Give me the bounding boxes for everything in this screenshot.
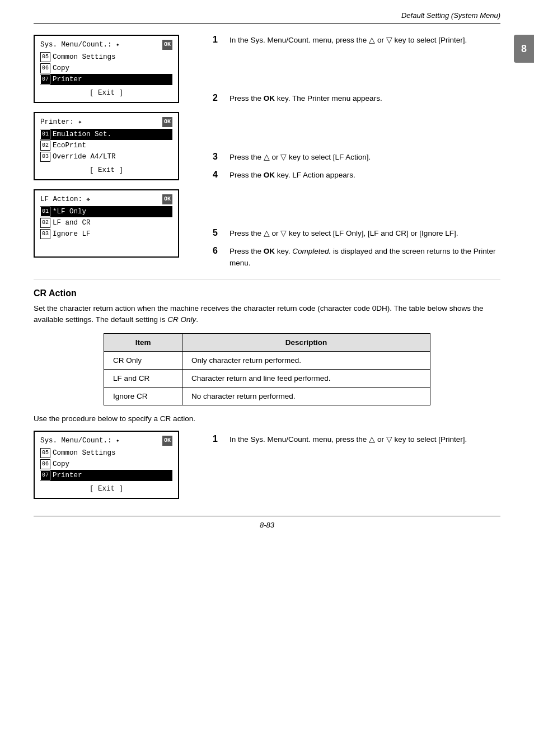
- table-cell-item-2: LF and CR: [104, 370, 182, 388]
- step-2: 2 Press the OK key. The Printer menu app…: [213, 93, 500, 104]
- bottom-screen-column: Sys. Menu/Count.: ✦ OK 05 Common Setting…: [34, 431, 196, 499]
- step-3: 3 Press the △ or ▽ key to select [LF Act…: [213, 152, 500, 163]
- tab-number: 8: [521, 43, 527, 55]
- screen-3-row-3: 03 Ignore LF: [40, 228, 172, 240]
- tab-marker: 8: [514, 35, 534, 63]
- screen-column: Sys. Menu/Count.: ✦ OK 05 Common Setting…: [34, 35, 196, 269]
- s3-row-3-num: 03: [40, 229, 50, 239]
- row-1-num: 05: [40, 52, 50, 62]
- row-1-label: Common Settings: [53, 52, 116, 63]
- step-bottom-1-text: In the Sys. Menu/Count. menu, press the …: [229, 434, 467, 445]
- page-header: Default Setting (System Menu): [34, 11, 500, 24]
- screen-4: Sys. Menu/Count.: ✦ OK 05 Common Setting…: [34, 431, 179, 499]
- table-cell-item-3: Ignore CR: [104, 388, 182, 405]
- row-2-num: 06: [40, 63, 50, 73]
- screen-2-title: Printer: ✦: [40, 116, 82, 128]
- s4-row-1-label: Common Settings: [53, 447, 116, 459]
- step-1: 1 In the Sys. Menu/Count. menu, press th…: [213, 35, 500, 46]
- screen-1-header: Sys. Menu/Count.: ✦ OK: [40, 39, 172, 50]
- row-3-num: 07: [40, 74, 50, 85]
- step-5-num: 5: [213, 228, 224, 238]
- step-3-text: Press the △ or ▽ key to select [LF Actio…: [229, 152, 371, 163]
- step-3-num: 3: [213, 152, 224, 162]
- table-row: Ignore CR No character return performed.: [104, 388, 430, 405]
- screen-1: Sys. Menu/Count.: ✦ OK 05 Common Setting…: [34, 35, 179, 103]
- screen-4-row-1: 05 Common Settings: [40, 447, 172, 459]
- screen-2-row-2: 02 EcoPrint: [40, 140, 172, 151]
- s4-row-3-label: Printer: [53, 470, 82, 481]
- screen-2-header: Printer: ✦ OK: [40, 116, 172, 128]
- screen-2: Printer: ✦ OK 01 Emulation Set. 02 EcoPr…: [34, 112, 179, 180]
- cr-action-desc: Set the character return action when the…: [34, 303, 500, 326]
- top-section: Sys. Menu/Count.: ✦ OK 05 Common Setting…: [34, 35, 500, 269]
- screen-1-row-2: 06 Copy: [40, 63, 172, 74]
- screen-3-row-1: 01 *LF Only: [40, 206, 172, 217]
- s2-row-2-label: EcoPrint: [53, 140, 86, 151]
- table-row: CR Only Only character return performed.: [104, 352, 430, 370]
- step-6-text: Press the OK key. Completed. is displaye…: [229, 246, 500, 269]
- s2-row-3-label: Override A4/LTR: [53, 151, 116, 162]
- bottom-section: Sys. Menu/Count.: ✦ OK 05 Common Setting…: [34, 431, 500, 499]
- row-3-label: Printer: [53, 74, 82, 85]
- screen-4-ok: OK: [162, 436, 172, 446]
- screen-3: LF Action: ✤ OK 01 *LF Only 02 LF and CR…: [34, 189, 179, 258]
- step-5: 5 Press the △ or ▽ key to select [LF Onl…: [213, 228, 500, 239]
- s3-row-3-label: Ignore LF: [53, 228, 91, 240]
- screen-3-title: LF Action: ✤: [40, 194, 90, 205]
- table-cell-desc-1: Only character return performed.: [182, 352, 430, 370]
- cr-action-title: CR Action: [34, 288, 500, 298]
- page-footer: 8-83: [34, 516, 500, 529]
- steps-column: 1 In the Sys. Menu/Count. menu, press th…: [213, 35, 500, 269]
- cursor-icon-2: ✦: [78, 119, 82, 125]
- screen-1-row-1: 05 Common Settings: [40, 52, 172, 63]
- s2-row-2-num: 02: [40, 141, 50, 151]
- step-5-text: Press the △ or ▽ key to select [LF Only]…: [229, 228, 458, 239]
- use-procedure-text: Use the procedure below to specify a CR …: [34, 414, 500, 423]
- step-6-num: 6: [213, 246, 224, 256]
- s2-row-3-num: 03: [40, 152, 50, 162]
- table-header-item: Item: [104, 334, 182, 352]
- screen-4-header: Sys. Menu/Count.: ✦ OK: [40, 435, 172, 446]
- screen-4-row-3: 07 Printer: [40, 470, 172, 481]
- screen-3-header: LF Action: ✤ OK: [40, 194, 172, 205]
- step-bottom-1-num: 1: [213, 434, 224, 444]
- table-row: LF and CR Character return and line feed…: [104, 370, 430, 388]
- s3-row-2-num: 02: [40, 218, 50, 228]
- s4-row-3-num: 07: [40, 470, 50, 480]
- step-4-num: 4: [213, 170, 224, 180]
- step-2-text: Press the OK key. The Printer menu appea…: [229, 93, 382, 104]
- step-1-text: In the Sys. Menu/Count. menu, press the …: [229, 35, 467, 46]
- s3-row-1-label: *LF Only: [53, 206, 86, 217]
- table-cell-desc-2: Character return and line feed performed…: [182, 370, 430, 388]
- screen-1-row-3: 07 Printer: [40, 74, 172, 85]
- step-2-num: 2: [213, 93, 224, 103]
- s3-row-2-label: LF and CR: [53, 217, 91, 228]
- header-title: Default Setting (System Menu): [401, 11, 500, 20]
- page-number: 8-83: [260, 521, 274, 529]
- divider-1: [34, 279, 500, 279]
- cursor-icon: ✦: [116, 41, 120, 48]
- cursor-icon-4: ✦: [116, 437, 120, 444]
- table-cell-desc-3: No character return performed.: [182, 388, 430, 405]
- cr-action-section: CR Action Set the character return actio…: [34, 288, 500, 500]
- screen-1-exit: [ Exit ]: [40, 87, 172, 99]
- s4-row-1-num: 05: [40, 448, 50, 458]
- screen-1-title: Sys. Menu/Count.: ✦: [40, 39, 120, 50]
- screen-2-row-3: 03 Override A4/LTR: [40, 151, 172, 162]
- step-4: 4 Press the OK key. LF Action appears.: [213, 170, 500, 181]
- screen-3-ok: OK: [162, 194, 172, 204]
- screen-4-row-2: 06 Copy: [40, 459, 172, 470]
- screen-1-ok: OK: [162, 40, 172, 50]
- step-4-text: Press the OK key. LF Action appears.: [229, 170, 355, 181]
- row-2-label: Copy: [53, 63, 69, 74]
- step-bottom-1: 1 In the Sys. Menu/Count. menu, press th…: [213, 434, 500, 445]
- screen-2-row-1: 01 Emulation Set.: [40, 129, 172, 140]
- s4-row-2-num: 06: [40, 459, 50, 469]
- screen-2-exit: [ Exit ]: [40, 165, 172, 176]
- step-1-num: 1: [213, 35, 224, 45]
- step-6: 6 Press the OK key. Completed. is displa…: [213, 246, 500, 269]
- bottom-steps-column: 1 In the Sys. Menu/Count. menu, press th…: [213, 431, 500, 499]
- page: Default Setting (System Menu) 8 Sys. Men…: [0, 0, 534, 756]
- screen-2-ok: OK: [162, 117, 172, 127]
- table-header-desc: Description: [182, 334, 430, 352]
